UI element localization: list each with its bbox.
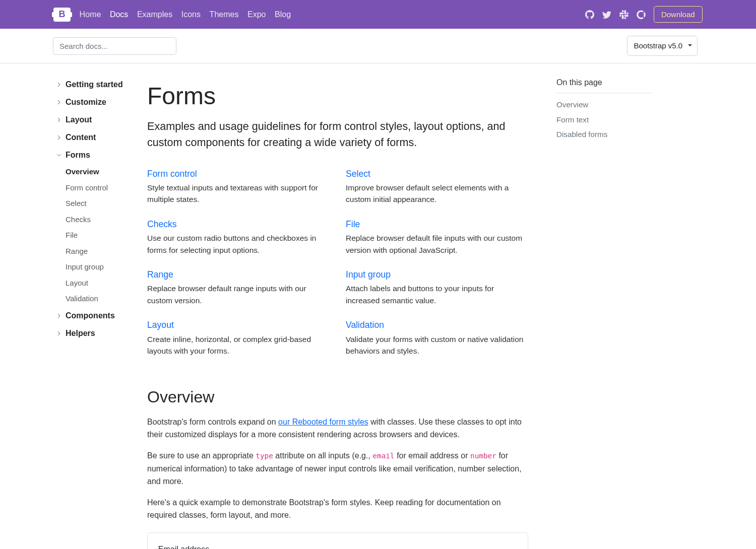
nav-themes[interactable]: Themes: [210, 9, 239, 21]
subnav: Bootstrap v5.0: [0, 29, 756, 63]
sidebar-item-select[interactable]: Select: [66, 196, 131, 212]
main-content: Forms Examples and usage guidelines for …: [131, 63, 544, 549]
sidebar-item-input-group[interactable]: Input group: [66, 259, 131, 275]
sidebar-item-range[interactable]: Range: [66, 243, 131, 259]
chevron-right-icon: [55, 116, 62, 123]
chevron-right-icon: [55, 134, 62, 141]
reboot-link[interactable]: our Rebooted form styles: [278, 418, 368, 426]
sidebar-group-layout[interactable]: Layout: [55, 111, 131, 128]
section-link[interactable]: Form control: [147, 169, 197, 179]
sidebar-item-file[interactable]: File: [66, 228, 131, 243]
code-email: email: [372, 452, 394, 460]
github-icon[interactable]: [585, 10, 594, 19]
section-layout: LayoutCreate inline, horizontal, or comp…: [147, 318, 330, 365]
overview-p2: Be sure to use an appropriate type attri…: [147, 449, 528, 488]
chevron-right-icon: [55, 152, 62, 159]
sidebar-item-form-control[interactable]: Form control: [66, 180, 131, 195]
page-title: Forms: [147, 78, 528, 114]
chevron-right-icon: [55, 99, 62, 106]
sidebar-item-validation[interactable]: Validation: [66, 291, 131, 307]
section-link[interactable]: Range: [147, 269, 173, 280]
example-box: Email address We'll never share your ema…: [147, 532, 528, 549]
sidebar-group-helpers[interactable]: Helpers: [55, 324, 131, 342]
sidebar-item-overview[interactable]: Overview: [66, 164, 131, 180]
sections-grid: Form controlStyle textual inputs and tex…: [147, 167, 528, 365]
sidebar-group-forms[interactable]: Forms: [55, 147, 131, 164]
section-range: RangeReplace browser default range input…: [147, 268, 330, 314]
section-select: SelectImprove browser default select ele…: [346, 167, 528, 214]
nav-expo[interactable]: Expo: [247, 9, 266, 21]
section-link[interactable]: Select: [346, 169, 370, 179]
top-navbar: B HomeDocsExamplesIconsThemesExpoBlog Do…: [0, 0, 756, 29]
toc-title: On this page: [556, 77, 652, 93]
section-link[interactable]: Checks: [147, 219, 177, 229]
overview-p3: Here's a quick example to demonstrate Bo…: [147, 496, 528, 522]
toc-form-text[interactable]: Form text: [556, 112, 652, 127]
page-lead: Examples and usage guidelines for form c…: [147, 118, 528, 151]
section-link[interactable]: Layout: [147, 320, 174, 330]
sidebar: Getting startedCustomizeLayoutContentFor…: [0, 63, 131, 549]
section-form-control: Form controlStyle textual inputs and tex…: [147, 167, 330, 214]
nav-home[interactable]: Home: [80, 9, 101, 21]
sidebar-item-layout[interactable]: Layout: [66, 275, 131, 291]
code-type: type: [256, 452, 273, 460]
sidebar-group-components[interactable]: Components: [55, 307, 131, 324]
section-file: FileReplace browser default file inputs …: [346, 218, 528, 264]
section-link[interactable]: Input group: [346, 269, 391, 280]
opencollective-icon[interactable]: [637, 10, 646, 19]
download-button[interactable]: Download: [654, 6, 703, 23]
sidebar-item-checks[interactable]: Checks: [66, 212, 131, 227]
bootstrap-logo[interactable]: B: [53, 8, 71, 22]
section-link[interactable]: File: [346, 219, 360, 229]
chevron-right-icon: [55, 330, 62, 337]
twitter-icon[interactable]: [602, 10, 611, 19]
nav-icons[interactable]: Icons: [181, 9, 201, 21]
toc-overview[interactable]: Overview: [556, 98, 652, 112]
section-link[interactable]: Validation: [346, 320, 384, 330]
version-selector[interactable]: Bootstrap v5.0: [627, 36, 698, 56]
nav-examples[interactable]: Examples: [137, 9, 172, 21]
sidebar-group-customize[interactable]: Customize: [55, 93, 131, 111]
sidebar-group-content[interactable]: Content: [55, 129, 131, 147]
overview-p1: Bootstrap's form controls expand on our …: [147, 416, 528, 441]
search-input[interactable]: [53, 37, 176, 55]
navbar-left: B HomeDocsExamplesIconsThemesExpoBlog: [8, 8, 291, 22]
overview-heading: Overview: [147, 385, 528, 409]
section-input-group: Input groupAttach labels and buttons to …: [346, 268, 528, 314]
chevron-right-icon: [55, 312, 62, 319]
chevron-right-icon: [55, 81, 62, 88]
section-validation: ValidationValidate your forms with custo…: [346, 318, 528, 365]
code-number: number: [470, 452, 496, 460]
nav-docs[interactable]: Docs: [110, 9, 128, 21]
slack-icon[interactable]: [619, 10, 628, 19]
navbar-right: Download: [585, 6, 748, 23]
section-checks: ChecksUse our custom radio buttons and c…: [147, 218, 330, 264]
table-of-contents: On this page OverviewForm textDisabled f…: [544, 63, 660, 549]
nav-blog[interactable]: Blog: [275, 9, 291, 21]
toc-disabled-forms[interactable]: Disabled forms: [556, 127, 652, 142]
email-label: Email address: [158, 543, 517, 549]
sidebar-group-getting-started[interactable]: Getting started: [55, 76, 131, 93]
